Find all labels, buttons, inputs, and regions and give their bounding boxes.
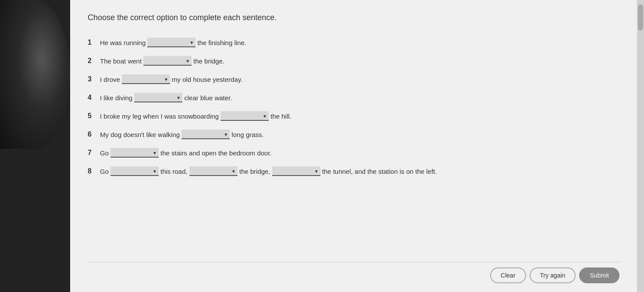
scrollbar-thumb[interactable] xyxy=(638,4,643,31)
question-number-2: 2 xyxy=(88,57,96,65)
question-number-8: 8 xyxy=(88,167,96,175)
question-text-3-after: my old house yesterday. xyxy=(172,76,242,83)
question-number-4: 4 xyxy=(88,94,96,102)
question-row-7: 7 Go across along around down into over … xyxy=(88,144,619,162)
question-text-1-before: He was running xyxy=(100,39,146,46)
question-number-5: 5 xyxy=(88,112,96,120)
dropdown-q8b[interactable]: across along around down into over past … xyxy=(189,166,238,176)
dropdown-q8c[interactable]: across along around down into over past … xyxy=(272,166,320,176)
clear-button[interactable]: Clear xyxy=(490,267,526,283)
question-number-1: 1 xyxy=(88,39,96,46)
left-panel xyxy=(0,0,70,292)
question-text-8-tunnel: the tunnel, and the station is on the le… xyxy=(322,168,437,175)
question-text-6-after: long grass. xyxy=(231,131,263,138)
dropdown-container-3: across along around down into over past … xyxy=(122,74,170,84)
headphone-image xyxy=(0,0,70,149)
dropdown-q8a[interactable]: across along around down into over past … xyxy=(110,166,159,176)
dropdown-q5[interactable]: across along around down into over past … xyxy=(221,111,269,121)
questions-area: 1 He was running across along around dow… xyxy=(88,33,619,257)
dropdown-container-6: across along around down into over past … xyxy=(181,130,230,139)
question-row-8: 8 Go across along around down into over … xyxy=(88,162,619,180)
dropdown-q6[interactable]: across along around down into over past … xyxy=(181,130,230,139)
question-text-3-before: I drove xyxy=(100,76,120,83)
question-row-2: 2 The boat went across along around down… xyxy=(88,52,619,70)
question-text-1-after: the finishing line. xyxy=(197,39,246,46)
dropdown-container-8c: across along around down into over past … xyxy=(272,166,320,176)
main-content: Choose the correct option to complete ea… xyxy=(70,0,637,292)
dropdown-q1[interactable]: across along around down into over past … xyxy=(147,38,196,47)
dropdown-q4[interactable]: across along around down into over past … xyxy=(134,93,182,102)
submit-button[interactable]: Submit xyxy=(579,267,619,283)
question-text-7-after: the stairs and open the bedroom door. xyxy=(160,149,272,157)
dropdown-container-7: across along around down into over past … xyxy=(110,148,159,158)
bottom-bar: Clear Try again Submit xyxy=(88,262,619,283)
question-text-8-road: this road, xyxy=(160,168,188,175)
question-text-5-after: the hill. xyxy=(270,113,292,120)
instruction-text: Choose the correct option to complete ea… xyxy=(88,13,619,22)
question-number-7: 7 xyxy=(88,149,96,157)
question-row-1: 1 He was running across along around dow… xyxy=(88,33,619,52)
question-text-5-before: I broke my leg when I was snowboarding xyxy=(100,113,219,120)
try-again-button[interactable]: Try again xyxy=(530,267,576,283)
question-text-2-before: The boat went xyxy=(100,57,142,65)
dropdown-container-4: across along around down into over past … xyxy=(134,93,182,102)
question-text-8-go: Go xyxy=(100,168,109,175)
question-number-3: 3 xyxy=(88,75,96,83)
dropdown-container-5: across along around down into over past … xyxy=(221,111,269,121)
dropdown-q7[interactable]: across along around down into over past … xyxy=(110,148,159,158)
dropdown-q2[interactable]: across along around down into over past … xyxy=(143,56,192,66)
dropdown-q3[interactable]: across along around down into over past … xyxy=(122,74,170,84)
question-text-4-before: I like diving xyxy=(100,94,132,102)
dropdown-container-8a: across along around down into over past … xyxy=(110,166,159,176)
question-row-4: 4 I like diving across along around down… xyxy=(88,88,619,107)
question-row-6: 6 My dog doesn't like walking across alo… xyxy=(88,125,619,144)
question-row-3: 3 I drove across along around down into … xyxy=(88,70,619,88)
question-text-4-after: clear blue water. xyxy=(184,94,232,102)
question-text-7-before: Go xyxy=(100,149,109,157)
dropdown-container-8b: across along around down into over past … xyxy=(189,166,238,176)
question-text-2-after: the bridge. xyxy=(193,57,224,65)
question-text-8-bridge: the bridge, xyxy=(239,168,270,175)
dropdown-container-1: across along around down into over past … xyxy=(147,38,196,47)
dropdown-container-2: across along around down into over past … xyxy=(143,56,192,66)
question-text-6-before: My dog doesn't like walking xyxy=(100,131,180,138)
question-row-5: 5 I broke my leg when I was snowboarding… xyxy=(88,107,619,125)
question-number-6: 6 xyxy=(88,130,96,138)
scrollbar[interactable] xyxy=(637,0,644,292)
